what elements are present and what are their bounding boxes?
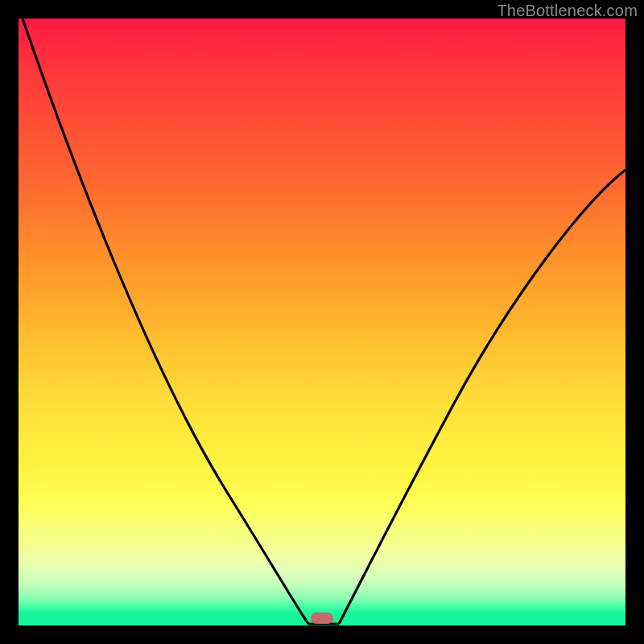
curve-left-branch bbox=[23, 19, 308, 624]
curve-right-branch bbox=[339, 170, 625, 624]
watermark-text: TheBottleneck.com bbox=[497, 2, 638, 20]
plot-area bbox=[19, 19, 625, 625]
bottleneck-curve bbox=[19, 19, 625, 625]
chart-frame: TheBottleneck.com bbox=[0, 0, 644, 644]
optimal-point-marker bbox=[311, 613, 333, 624]
